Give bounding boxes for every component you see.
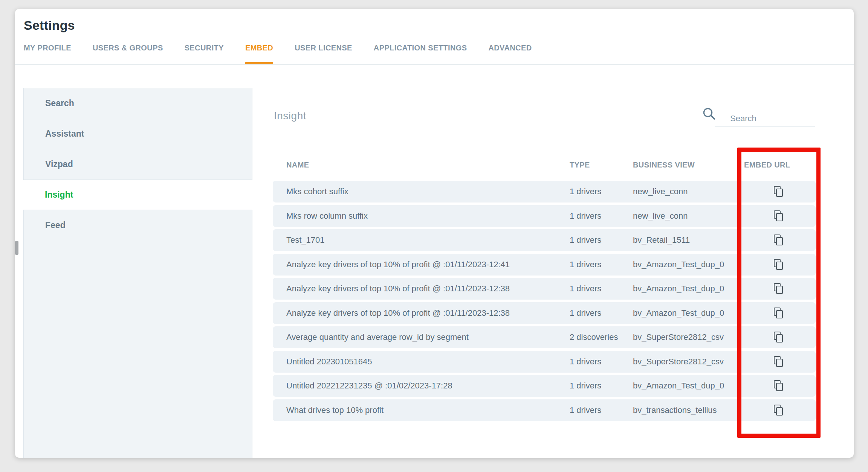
- tab-embed[interactable]: EMBED: [245, 44, 273, 64]
- page-title: Settings: [24, 18, 75, 33]
- sidebar-item-label: Vizpad: [45, 159, 73, 169]
- cell-embed-url: [773, 278, 783, 300]
- table-row[interactable]: What drives top 10% profit1 driversbv_tr…: [273, 399, 816, 421]
- content-heading: Insight: [274, 110, 306, 122]
- search-area: [701, 106, 830, 132]
- cell-name: Test_1701: [286, 229, 325, 251]
- cell-embed-url: [773, 375, 783, 397]
- table-row[interactable]: Untitled 202212231235 @ :01/02/2023-17:2…: [273, 375, 816, 397]
- cell-name: Mks cohort suffix: [286, 181, 348, 203]
- tab-bar-divider: [15, 64, 854, 65]
- column-header-type: TYPE: [570, 161, 590, 169]
- cell-embed-url: [773, 181, 783, 203]
- copy-icon-front-sheet: [776, 407, 783, 416]
- cell-type: 1 drivers: [570, 351, 601, 373]
- copy-embed-url-icon[interactable]: [774, 210, 783, 222]
- copy-embed-url-icon[interactable]: [774, 356, 783, 367]
- cell-embed-url: [773, 399, 783, 421]
- sidebar-item-label: Search: [45, 98, 74, 108]
- sidebar-item-vizpad[interactable]: Vizpad: [24, 149, 252, 180]
- cell-name: Mks row column suffix: [286, 205, 368, 227]
- copy-icon-front-sheet: [776, 383, 783, 391]
- settings-tab-bar: MY PROFILEUSERS & GROUPSSECURITYEMBEDUSE…: [24, 44, 854, 64]
- cell-business-view: bv_Amazon_Test_dup_0: [633, 278, 724, 300]
- cell-name: Average quantity and average row_id by s…: [286, 326, 469, 348]
- cell-business-view: bv_transactions_tellius: [633, 399, 717, 421]
- sidebar-item-label: Feed: [45, 220, 66, 230]
- sidebar-item-feed[interactable]: Feed: [24, 210, 252, 241]
- insight-table-body: Mks cohort suffix1 driversnew_live_connM…: [273, 181, 816, 423]
- table-row[interactable]: Average quantity and average row_id by s…: [273, 326, 816, 348]
- cell-business-view: bv_SuperStore2812_csv: [633, 326, 724, 348]
- tab-security[interactable]: SECURITY: [185, 44, 224, 64]
- copy-embed-url-icon[interactable]: [774, 234, 783, 246]
- cell-embed-url: [773, 254, 783, 276]
- sidebar-nav: SearchAssistantVizpadInsightFeed: [23, 88, 252, 458]
- cell-business-view: bv_SuperStore2812_csv: [633, 351, 724, 373]
- copy-embed-url-icon[interactable]: [774, 405, 783, 416]
- cell-type: 2 discoveries: [570, 326, 618, 348]
- copy-embed-url-icon[interactable]: [774, 259, 783, 270]
- cell-type: 1 drivers: [570, 205, 601, 227]
- tab-my-profile[interactable]: MY PROFILE: [24, 44, 71, 64]
- cell-business-view: bv_Amazon_Test_dup_0: [633, 302, 724, 324]
- cell-name: Analyze key drivers of top 10% of profit…: [286, 278, 510, 300]
- cell-type: 1 drivers: [570, 254, 601, 276]
- copy-icon-front-sheet: [776, 286, 783, 294]
- cell-business-view: bv_Amazon_Test_dup_0: [633, 375, 724, 397]
- cell-type: 1 drivers: [570, 278, 601, 300]
- cell-type: 1 drivers: [570, 375, 601, 397]
- sidebar-item-assistant[interactable]: Assistant: [24, 119, 252, 149]
- cell-name: Untitled 202212231235 @ :01/02/2023-17:2…: [286, 375, 452, 397]
- table-row[interactable]: Mks row column suffix1 driversnew_live_c…: [273, 205, 816, 227]
- copy-icon-front-sheet: [776, 213, 783, 221]
- column-header-embed-url: EMBED URL: [744, 161, 790, 169]
- cell-business-view: new_live_conn: [633, 181, 688, 203]
- cell-embed-url: [773, 302, 783, 324]
- sidebar-item-search[interactable]: Search: [24, 88, 252, 119]
- table-row[interactable]: Analyze key drivers of top 10% of profit…: [273, 254, 816, 276]
- tab-advanced[interactable]: ADVANCED: [488, 44, 532, 64]
- cell-type: 1 drivers: [570, 181, 601, 203]
- table-row[interactable]: Untitled 2023010516451 driversbv_SuperSt…: [273, 351, 816, 373]
- tab-application-settings[interactable]: APPLICATION SETTINGS: [374, 44, 467, 64]
- cell-business-view: new_live_conn: [633, 205, 688, 227]
- tab-user-license[interactable]: USER LICENSE: [295, 44, 352, 64]
- table-row[interactable]: Mks cohort suffix1 driversnew_live_conn: [273, 181, 816, 203]
- copy-icon-front-sheet: [776, 359, 783, 367]
- cell-type: 1 drivers: [570, 399, 601, 421]
- settings-window: Settings MY PROFILEUSERS & GROUPSSECURIT…: [15, 9, 854, 458]
- cell-embed-url: [773, 229, 783, 251]
- table-row[interactable]: Analyze key drivers of top 10% of profit…: [273, 302, 816, 324]
- copy-icon-front-sheet: [776, 189, 783, 197]
- column-header-business-view: BUSINESS VIEW: [633, 161, 695, 169]
- copy-icon-front-sheet: [776, 310, 783, 318]
- sidebar-item-insight[interactable]: Insight: [23, 180, 252, 210]
- copy-embed-url-icon[interactable]: [774, 308, 783, 319]
- table-row[interactable]: Test_17011 driversbv_Retail_1511: [273, 229, 816, 251]
- table-header-row: NAME TYPE BUSINESS VIEW EMBED URL: [273, 161, 816, 170]
- cell-name: Untitled 202301051645: [286, 351, 372, 373]
- cell-name: Analyze key drivers of top 10% of profit…: [286, 302, 510, 324]
- tab-users-groups[interactable]: USERS & GROUPS: [93, 44, 163, 64]
- cell-embed-url: [773, 205, 783, 227]
- table-row[interactable]: Analyze key drivers of top 10% of profit…: [273, 278, 816, 300]
- copy-embed-url-icon[interactable]: [774, 332, 783, 343]
- copy-embed-url-icon[interactable]: [774, 186, 783, 197]
- copy-icon-front-sheet: [776, 334, 783, 343]
- sidebar-collapse-handle[interactable]: [15, 241, 18, 255]
- cell-embed-url: [773, 351, 783, 373]
- copy-embed-url-icon[interactable]: [774, 283, 783, 294]
- cell-business-view: bv_Retail_1511: [633, 229, 690, 251]
- copy-icon-front-sheet: [776, 262, 783, 270]
- cell-type: 1 drivers: [570, 229, 601, 251]
- search-input[interactable]: [715, 111, 815, 126]
- search-icon: [701, 106, 717, 121]
- copy-embed-url-icon[interactable]: [774, 380, 783, 391]
- cell-name: What drives top 10% profit: [286, 399, 384, 421]
- sidebar-item-label: Assistant: [45, 129, 84, 139]
- cell-name: Analyze key drivers of top 10% of profit…: [286, 254, 510, 276]
- copy-icon-front-sheet: [776, 237, 783, 245]
- cell-business-view: bv_Amazon_Test_dup_0: [633, 254, 724, 276]
- column-header-name: NAME: [286, 161, 309, 169]
